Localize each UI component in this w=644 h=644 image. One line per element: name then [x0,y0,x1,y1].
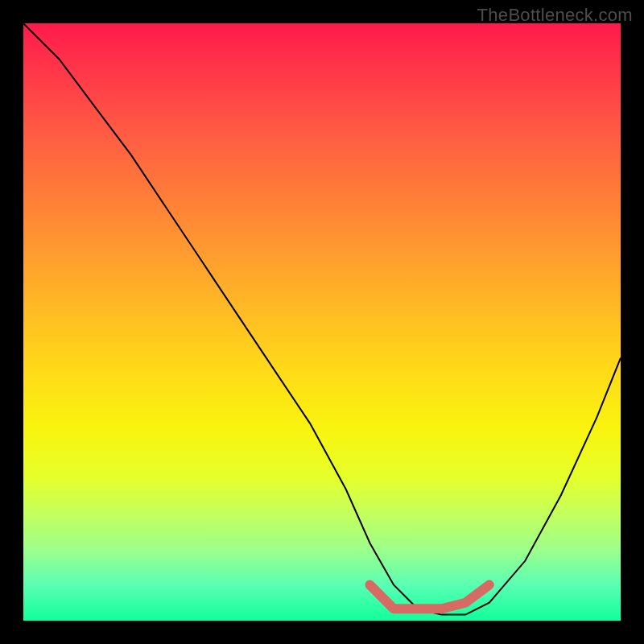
optimal-zone-marker [369,585,489,609]
chart-svg [23,23,621,621]
bottleneck-curve [23,23,621,615]
watermark-text: TheBottleneck.com [477,5,633,26]
chart-plot-area [23,23,621,621]
